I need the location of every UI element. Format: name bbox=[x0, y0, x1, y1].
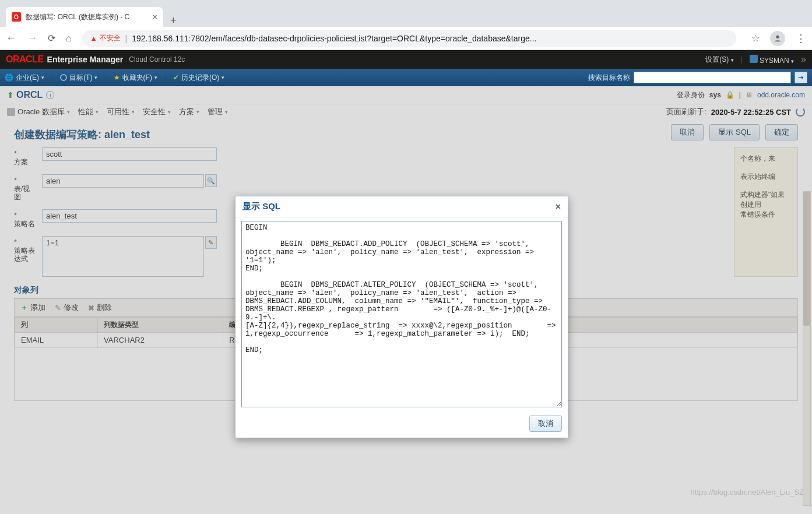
target-icon bbox=[60, 74, 67, 81]
search-input[interactable] bbox=[634, 72, 791, 83]
url-text: 192.168.56.111:7802/em/faces/db-datasec-… bbox=[132, 34, 536, 43]
tab-title: 数据编写: ORCL (数据库实例) - C bbox=[26, 12, 129, 22]
bookmark-icon[interactable]: ☆ bbox=[751, 33, 760, 44]
sql-dialog: 显示 SQL × 取消 bbox=[235, 196, 568, 438]
svg-point-0 bbox=[776, 35, 779, 38]
dialog-titlebar[interactable]: 显示 SQL × bbox=[235, 196, 568, 217]
close-icon[interactable]: × bbox=[153, 12, 157, 22]
check-icon: ✔ bbox=[173, 73, 179, 82]
security-warning[interactable]: ▲ 不安全 bbox=[90, 33, 121, 43]
header-separator: | bbox=[741, 55, 743, 64]
browser-tabstrip: O 数据编写: ORCL (数据库实例) - C × + bbox=[0, 0, 812, 27]
forward-button[interactable]: → bbox=[27, 32, 37, 44]
menu-history[interactable]: ✔历史记录(O) ▾ bbox=[173, 73, 224, 83]
oracle-logo: ORACLE bbox=[6, 54, 44, 65]
globe-icon: 🌐 bbox=[5, 73, 13, 82]
dialog-footer: 取消 bbox=[235, 412, 568, 438]
menu-sep: | bbox=[164, 73, 166, 82]
main-menu-bar: 🌐企业(E) ▾ | 目标(T) ▾ | ★收藏夹(F) ▾ | ✔历史记录(O… bbox=[0, 69, 812, 86]
sql-textarea[interactable] bbox=[241, 221, 562, 407]
menu-favorites[interactable]: ★收藏夹(F) ▾ bbox=[114, 73, 157, 83]
close-icon[interactable]: × bbox=[556, 202, 561, 212]
search-go-button[interactable]: ➔ bbox=[795, 72, 807, 83]
menu-sep: | bbox=[51, 73, 53, 82]
dialog-title: 显示 SQL bbox=[242, 201, 280, 212]
new-tab-button[interactable]: + bbox=[163, 15, 184, 27]
menu-icon[interactable]: ⋮ bbox=[796, 32, 806, 45]
reload-button[interactable]: ⟳ bbox=[48, 33, 55, 44]
browser-toolbar: ← → ⟳ ⌂ ▲ 不安全 | 192.168.56.111:7802/em/f… bbox=[0, 27, 812, 50]
back-button[interactable]: ← bbox=[6, 32, 16, 44]
browser-tab-active[interactable]: O 数据编写: ORCL (数据库实例) - C × bbox=[6, 7, 163, 27]
dialog-cancel-button[interactable]: 取消 bbox=[529, 416, 562, 432]
menu-sep: | bbox=[104, 73, 106, 82]
em-title: Enterprise Manager bbox=[47, 55, 124, 64]
menu-enterprise[interactable]: 🌐企业(E) ▾ bbox=[5, 73, 44, 83]
menu-targets[interactable]: 目标(T) ▾ bbox=[60, 73, 97, 83]
target-search: 搜索目标名称 ➔ bbox=[588, 72, 807, 83]
warning-icon: ▲ bbox=[90, 34, 97, 43]
oracle-favicon: O bbox=[12, 12, 21, 22]
star-icon: ★ bbox=[114, 73, 120, 82]
header-right: 设置(S) ▾ | SYSMAN ▾ » bbox=[705, 54, 806, 65]
profile-avatar[interactable] bbox=[770, 31, 785, 46]
addr-separator: | bbox=[125, 34, 128, 43]
search-label: 搜索目标名称 bbox=[588, 73, 630, 83]
user-icon bbox=[750, 55, 758, 63]
more-icon[interactable]: » bbox=[801, 54, 806, 65]
oracle-header: ORACLE Enterprise Manager Cloud Control … bbox=[0, 50, 812, 69]
settings-menu[interactable]: 设置(S) ▾ bbox=[705, 55, 733, 65]
address-bar[interactable]: ▲ 不安全 | 192.168.56.111:7802/em/faces/db-… bbox=[82, 30, 736, 47]
home-button[interactable]: ⌂ bbox=[66, 33, 72, 44]
em-subtitle: Cloud Control 12c bbox=[129, 55, 185, 64]
dialog-body bbox=[235, 217, 568, 412]
user-menu[interactable]: SYSMAN ▾ bbox=[750, 55, 794, 65]
page-body: ⬆ ORCL i 登录身份 sys 🔒 | 🖥 odd.oracle.com O… bbox=[0, 86, 812, 514]
not-secure-label: 不安全 bbox=[100, 33, 121, 43]
